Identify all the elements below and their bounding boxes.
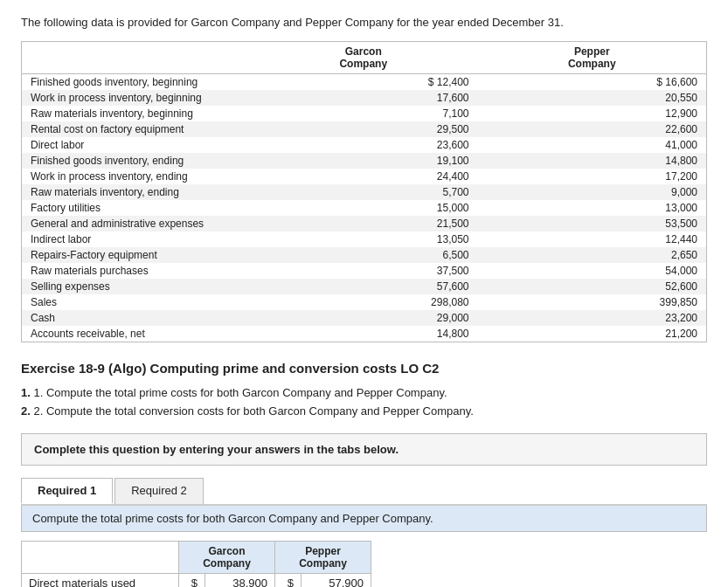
- row-label: Rental cost on factory equipment: [22, 121, 249, 137]
- garcon-header: GarconCompany: [249, 42, 478, 74]
- row-label: Accounts receivable, net: [22, 326, 249, 342]
- table-row: Raw materials inventory, beginning 7,100…: [22, 106, 706, 121]
- table-row: Accounts receivable, net 14,800 21,200: [22, 326, 706, 342]
- answer-row: Direct materials used $ 38,900 $ 57,900: [22, 573, 371, 587]
- table-row: Work in process inventory, ending 24,400…: [22, 169, 706, 184]
- garcon-value: 23,600: [249, 137, 478, 153]
- garcon-value: 13,050: [249, 231, 478, 247]
- row-label: Indirect labor: [22, 231, 249, 247]
- pepper-value: 21,200: [478, 326, 707, 342]
- garcon-value: 29,500: [249, 121, 478, 137]
- row-label: Repairs-Factory equipment: [22, 247, 249, 263]
- instruction2: 2. 2. Compute the total conversion costs…: [21, 403, 707, 421]
- garcon-value: 37,500: [249, 263, 478, 279]
- tab-required2[interactable]: Required 2: [114, 478, 204, 504]
- pepper-value: 9,000: [478, 184, 707, 200]
- row-label: Direct labor: [22, 137, 249, 153]
- garcon-value: 19,100: [249, 153, 478, 169]
- table-row: Indirect labor 13,050 12,440: [22, 231, 706, 247]
- answer-garcon-header: GarconCompany: [179, 541, 275, 573]
- data-table-wrapper: GarconCompany PepperCompany Finished goo…: [21, 41, 707, 342]
- garcon-value: 17,600: [249, 90, 478, 106]
- table-row: Finished goods inventory, beginning $ 12…: [22, 74, 706, 91]
- answer-table-wrapper: GarconCompany PepperCompany Direct mater…: [21, 541, 707, 587]
- pepper-value: 54,000: [478, 263, 707, 279]
- answer-pepper-header: PepperCompany: [275, 541, 371, 573]
- pepper-value: 41,000: [478, 137, 707, 153]
- pepper-value: 12,440: [478, 231, 707, 247]
- garcon-value: 21,500: [249, 216, 478, 231]
- table-row: Raw materials purchases 37,500 54,000: [22, 263, 706, 279]
- col-label-header: [22, 42, 249, 74]
- garcon-value: $ 12,400: [249, 74, 478, 91]
- pepper-value: 23,200: [478, 310, 707, 326]
- garcon-value: 298,080: [249, 294, 478, 310]
- pepper-value: 13,000: [478, 200, 707, 216]
- table-row: General and administrative expenses 21,5…: [22, 216, 706, 231]
- pepper-dollar: $: [275, 573, 302, 587]
- tab-required1[interactable]: Required 1: [21, 478, 113, 504]
- table-row: Sales 298,080 399,850: [22, 294, 706, 310]
- garcon-value: 5,700: [249, 184, 478, 200]
- garcon-value: 24,400: [249, 169, 478, 184]
- pepper-value: 22,600: [478, 121, 707, 137]
- row-label: Selling expenses: [22, 279, 249, 294]
- pepper-value: 12,900: [478, 106, 707, 121]
- instructions: 1. 1. Compute the total prime costs for …: [21, 384, 707, 421]
- table-row: Repairs-Factory equipment 6,500 2,650: [22, 247, 706, 263]
- pepper-header: PepperCompany: [478, 42, 707, 74]
- row-label: Sales: [22, 294, 249, 310]
- compute-text: Compute the total prime costs for both G…: [21, 506, 707, 532]
- garcon-value: 57,600: [249, 279, 478, 294]
- answer-table: GarconCompany PepperCompany Direct mater…: [21, 541, 371, 587]
- table-row: Direct labor 23,600 41,000: [22, 137, 706, 153]
- row-label: Finished goods inventory, ending: [22, 153, 249, 169]
- row-label: Work in process inventory, ending: [22, 169, 249, 184]
- table-row: Factory utilities 15,000 13,000: [22, 200, 706, 216]
- pepper-value: $ 16,600: [478, 74, 707, 91]
- row-label: General and administrative expenses: [22, 216, 249, 231]
- table-row: Rental cost on factory equipment 29,500 …: [22, 121, 706, 137]
- garcon-dollar: $: [179, 573, 205, 587]
- row-label: Cash: [22, 310, 249, 326]
- tabs-row: Required 1 Required 2: [21, 478, 707, 506]
- garcon-value: 14,800: [249, 326, 478, 342]
- row-label: Work in process inventory, beginning: [22, 90, 249, 106]
- table-row: Cash 29,000 23,200: [22, 310, 706, 326]
- pepper-value: 53,500: [478, 216, 707, 231]
- row-label: Raw materials inventory, beginning: [22, 106, 249, 121]
- table-row: Raw materials inventory, ending 5,700 9,…: [22, 184, 706, 200]
- instruction1: 1. 1. Compute the total prime costs for …: [21, 384, 707, 403]
- garcon-value: 29,000: [249, 310, 478, 326]
- table-row: Finished goods inventory, ending 19,100 …: [22, 153, 706, 169]
- pepper-value: 399,850: [478, 294, 707, 310]
- garcon-value: 15,000: [249, 200, 478, 216]
- answer-label: Direct materials used: [22, 573, 179, 587]
- row-label: Finished goods inventory, beginning: [22, 74, 249, 91]
- data-table: GarconCompany PepperCompany Finished goo…: [22, 42, 706, 342]
- pepper-value: 52,600: [478, 279, 707, 294]
- row-label: Raw materials inventory, ending: [22, 184, 249, 200]
- pepper-value: 14,800: [478, 153, 707, 169]
- garcon-value: 7,100: [249, 106, 478, 121]
- table-row: Selling expenses 57,600 52,600: [22, 279, 706, 294]
- row-label: Factory utilities: [22, 200, 249, 216]
- complete-box: Complete this question by entering your …: [21, 433, 707, 466]
- intro-text: The following data is provided for Garco…: [21, 16, 707, 29]
- pepper-value: 20,550: [478, 90, 707, 106]
- garcon-value: 6,500: [249, 247, 478, 263]
- table-row: Work in process inventory, beginning 17,…: [22, 90, 706, 106]
- garcon-val: 38,900: [205, 573, 275, 587]
- row-label: Raw materials purchases: [22, 263, 249, 279]
- pepper-val: 57,900: [302, 573, 371, 587]
- exercise-title: Exercise 18-9 (Algo) Computing prime and…: [21, 361, 707, 376]
- pepper-value: 17,200: [478, 169, 707, 184]
- pepper-value: 2,650: [478, 247, 707, 263]
- answer-col-empty: [22, 541, 179, 573]
